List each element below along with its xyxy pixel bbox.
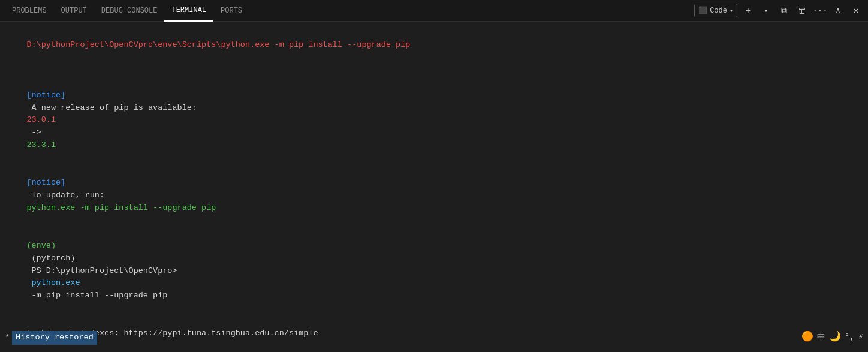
status-icon-chinese: 中	[817, 331, 825, 344]
prompt1-cmd: python.exe	[26, 278, 80, 287]
terminal-icon: ⬛	[698, 6, 707, 15]
tab-problems[interactable]: PROBLEMS	[5, 0, 54, 22]
split-icon: ⧉	[781, 6, 787, 16]
terminal-toolbar: ⬛ Code ▾ + ▾ ⧉ 🗑 ··· ∧ ✕	[694, 4, 863, 18]
plus-icon: +	[746, 6, 751, 16]
prompt1-rest: -m pip install --upgrade pip	[26, 291, 167, 300]
prompt1-env: (enve)	[26, 241, 56, 250]
more-actions-button[interactable]: ···	[813, 4, 827, 18]
code-label: Code	[710, 7, 727, 15]
code-button[interactable]: ⬛ Code ▾	[694, 4, 737, 17]
status-icon-circle: 🟠	[801, 330, 813, 345]
status-icon-degree: °,	[845, 331, 855, 344]
terminal-line-looking: Looking in indexes: https://pypi.tuna.ts…	[7, 315, 861, 352]
status-icon-moon: 🌙	[829, 330, 841, 345]
status-icon-bolt: ⚡	[858, 331, 863, 344]
command-text: D:\pythonProject\OpenCVpro\enve\Scripts\…	[26, 40, 410, 49]
trash-icon: 🗑	[798, 6, 806, 16]
terminal-line-prompt1: (enve) (pytorch) PS D:\pythonProject\Ope…	[7, 227, 861, 315]
chevron-up-icon: ∧	[836, 5, 840, 16]
tab-terminal[interactable]: TERMINAL	[164, 0, 213, 22]
tab-bar: PROBLEMS OUTPUT DEBUG CONSOLE TERMINAL P…	[0, 0, 868, 22]
ellipsis-icon: ···	[812, 6, 827, 16]
tab-debug-console[interactable]: DEBUG CONSOLE	[94, 0, 165, 22]
notice2-cmd: python.exe -m pip install --upgrade pip	[26, 203, 216, 212]
terminal-line-notice1: [notice] A new release of pip is availab…	[7, 77, 861, 164]
notice2-text: To update, run:	[26, 191, 109, 200]
prompt1-pytorch: (pytorch)	[26, 254, 75, 263]
notice2-prefix: [notice]	[26, 178, 65, 187]
collapse-button[interactable]: ∧	[831, 4, 845, 18]
history-restored-bar: * History restored	[5, 331, 97, 345]
tab-output[interactable]: OUTPUT	[54, 0, 94, 22]
history-restored-text: History restored	[12, 331, 97, 345]
terminal-line-empty1	[7, 64, 861, 77]
history-star: *	[5, 332, 10, 344]
trash-button[interactable]: 🗑	[795, 4, 809, 18]
notice1-prefix: [notice]	[26, 91, 65, 100]
terminal-line-command: D:\pythonProject\OpenCVpro\enve\Scripts\…	[7, 26, 861, 64]
notice1-version-new: 23.3.1	[26, 140, 56, 149]
chevron-down-icon[interactable]: ▾	[759, 4, 773, 18]
notice1-text: A new release of pip is available:	[26, 103, 201, 112]
split-terminal-button[interactable]: ⧉	[777, 4, 791, 18]
notice1-version-old: 23.0.1	[26, 115, 56, 124]
terminal-content[interactable]: D:\pythonProject\OpenCVpro\enve\Scripts\…	[0, 22, 868, 352]
chevron-down-icon: ▾	[730, 7, 733, 14]
close-icon: ✕	[854, 5, 858, 16]
tab-ports[interactable]: PORTS	[213, 0, 249, 22]
notice1-arrow: ->	[26, 128, 46, 137]
terminal-line-notice2: [notice] To update, run: python.exe -m p…	[7, 164, 861, 227]
status-icons: 🟠 中 🌙 °, ⚡	[801, 330, 863, 345]
close-panel-button[interactable]: ✕	[849, 4, 863, 18]
add-terminal-button[interactable]: +	[741, 4, 755, 18]
prompt1-ps: PS D:\pythonProject\OpenCVpro>	[26, 266, 177, 275]
